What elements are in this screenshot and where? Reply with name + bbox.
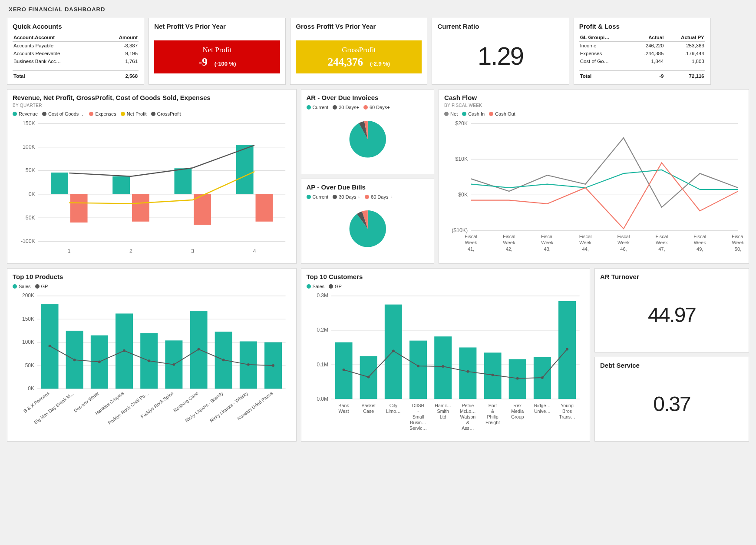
svg-point-77 (73, 359, 76, 361)
gross-profit-value: 244,376 (328, 56, 363, 68)
top-customers-chart[interactable]: 0.0M0.1M0.2M0.3MBankWestBasketCaseCityLi… (307, 291, 585, 435)
table-row[interactable]: Business Bank Acc… 1,761 (13, 57, 139, 65)
svg-text:Redberg Cane: Redberg Cane (172, 390, 199, 413)
quick-accounts-table: Account.Account Amount Accounts Payable … (13, 33, 139, 80)
svg-text:Fiscal: Fiscal (579, 233, 592, 239)
pl-header-gl: GL Groupi… (579, 33, 630, 42)
svg-text:Servic…: Servic… (409, 425, 426, 431)
table-row[interactable]: Accounts Receivable 9,195 (13, 50, 139, 57)
svg-text:Week: Week (465, 240, 478, 245)
svg-text:Philip: Philip (487, 414, 498, 419)
ar-overdue-legend: Current 30 Days+ 60 Days+ (307, 105, 429, 110)
svg-point-118 (442, 365, 444, 368)
svg-point-120 (491, 374, 494, 376)
svg-text:McLo…: McLo… (460, 409, 476, 414)
top-products-legend: Sales GP (13, 284, 291, 289)
svg-text:Limo…: Limo… (386, 409, 400, 414)
svg-rect-14 (174, 168, 191, 194)
ap-overdue-card: AP - Over Due Bills Current 30 Days + 60… (301, 179, 435, 264)
table-row[interactable]: Cost of Go… -1,844 -1,803 (579, 57, 705, 65)
qa-header-amount: Amount (102, 33, 139, 42)
top-products-title: Top 10 Products (13, 273, 291, 280)
ar-turnover-title: AR Turnover (600, 273, 743, 280)
gross-profit-title: Gross Profit Vs Prior Year (296, 23, 422, 30)
svg-point-115 (367, 376, 370, 378)
svg-text:-100K: -100K (21, 238, 36, 244)
svg-text:50K: 50K (26, 167, 36, 173)
ap-overdue-pie[interactable] (307, 201, 429, 256)
svg-point-123 (566, 348, 568, 350)
profit-loss-card: Profit & Loss GL Groupi… Actual Actual P… (574, 18, 711, 85)
svg-text:$10K: $10K (456, 156, 469, 162)
svg-text:Basket: Basket (361, 403, 376, 408)
net-profit-card: Net Profit Vs Prior Year Net Profit -9 (… (149, 18, 286, 85)
pl-total-row: Total -9 72,116 (579, 70, 705, 80)
svg-text:Bros: Bros (562, 409, 572, 414)
svg-text:Port: Port (488, 403, 497, 408)
pl-header-py: Actual PY (664, 33, 705, 42)
top-products-card: Top 10 Products Sales GP 0K50K100K150K20… (7, 268, 297, 442)
svg-text:Fiscal: Fiscal (617, 233, 630, 239)
top-customers-title: Top 10 Customers (307, 273, 585, 280)
page-title: XERO FINANCIAL DASHBOARD (9, 6, 749, 13)
svg-text:Ltd: Ltd (439, 414, 446, 419)
ap-overdue-title: AP - Over Due Bills (307, 183, 429, 191)
net-profit-label: Net Profit (158, 46, 277, 54)
svg-text:DIISR: DIISR (412, 403, 424, 408)
ar-overdue-pie[interactable] (307, 112, 429, 167)
svg-text:Week: Week (656, 240, 668, 245)
svg-text:Fiscal: Fiscal (693, 233, 706, 239)
svg-point-79 (123, 349, 125, 352)
table-row[interactable]: Accounts Payable -8,387 (13, 42, 139, 50)
svg-text:Week: Week (541, 240, 554, 245)
cashflow-title: Cash Flow (444, 94, 743, 101)
svg-point-82 (198, 348, 200, 350)
svg-text:Watson: Watson (460, 414, 475, 419)
gross-profit-label: GrossProfit (299, 46, 418, 54)
svg-text:Ass…: Ass… (462, 425, 474, 431)
svg-rect-109 (459, 347, 476, 399)
svg-text:Group: Group (511, 414, 524, 419)
svg-text:Bank: Bank (338, 403, 349, 408)
svg-text:Smith: Smith (437, 409, 449, 414)
top-customers-card: Top 10 Customers Sales GP 0.0M0.1M0.2M0.… (301, 268, 591, 442)
svg-rect-16 (70, 194, 88, 222)
table-row[interactable]: Expenses -244,385 -179,444 (579, 50, 705, 57)
svg-text:50,: 50, (735, 246, 741, 252)
top-products-chart[interactable]: 0K50K100K150K200KB & X PeacansBig Max Da… (13, 291, 291, 435)
svg-text:&: & (491, 409, 494, 414)
gross-profit-card: Gross Profit Vs Prior Year GrossProfit 2… (290, 18, 427, 85)
svg-text:200K: 200K (22, 292, 34, 299)
svg-rect-107 (409, 340, 427, 399)
svg-text:41,: 41, (468, 246, 474, 252)
gross-profit-delta: (-2.9 %) (370, 60, 390, 67)
gross-profit-box: GrossProfit 244,376 (-2.9 %) (296, 40, 422, 73)
svg-text:Trans…: Trans… (559, 414, 575, 419)
svg-text:($10K): ($10K) (452, 227, 468, 233)
svg-point-83 (222, 359, 225, 361)
profit-loss-table: GL Groupi… Actual Actual PY Income 246,2… (579, 33, 705, 80)
revenue-chart-subtitle: BY QUARTER (13, 103, 291, 108)
svg-text:100K: 100K (22, 339, 34, 345)
revenue-chart-legend: Revenue Cost of Goods … Expenses Net Pro… (13, 111, 291, 116)
svg-text:$20K: $20K (456, 120, 469, 126)
svg-text:West: West (338, 409, 349, 414)
debt-service-title: Debt Service (600, 362, 743, 369)
svg-text:3: 3 (191, 248, 194, 254)
revenue-chart[interactable]: -100K-50K0K50K100K150K1234 (13, 118, 291, 257)
svg-text:Unive…: Unive… (534, 409, 550, 414)
svg-text:&: & (466, 420, 469, 425)
cashflow-chart[interactable]: ($10K)$0K$10K$20KFiscalWeek41,FiscalWeek… (444, 118, 743, 257)
svg-text:Young: Young (561, 403, 574, 408)
svg-rect-17 (132, 194, 149, 221)
cashflow-legend: Net Cash In Cash Out (444, 111, 743, 116)
svg-point-78 (98, 360, 101, 363)
svg-text:Case: Case (363, 409, 374, 414)
svg-text:Petrie: Petrie (462, 403, 474, 408)
qa-header-account: Account.Account (13, 33, 102, 42)
svg-point-84 (247, 363, 250, 366)
svg-point-76 (49, 345, 51, 347)
table-row[interactable]: Income 246,220 253,363 (579, 42, 705, 50)
ar-turnover-card: AR Turnover 44.97 (594, 268, 749, 353)
svg-text:Week: Week (694, 240, 706, 245)
